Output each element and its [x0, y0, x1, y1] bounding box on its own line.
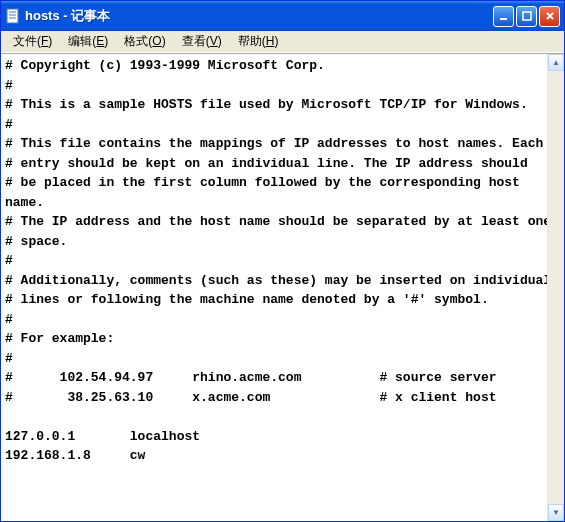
- window-title: hosts - 记事本: [25, 7, 493, 25]
- menu-view[interactable]: 查看(V): [174, 31, 230, 52]
- menu-file[interactable]: 文件(F): [5, 31, 60, 52]
- menubar: 文件(F) 编辑(E) 格式(O) 查看(V) 帮助(H): [1, 31, 564, 53]
- text-area-container: # Copyright (c) 1993-1999 Microsoft Corp…: [1, 53, 564, 521]
- menu-format[interactable]: 格式(O): [116, 31, 173, 52]
- window-buttons: [493, 6, 560, 27]
- menu-help[interactable]: 帮助(H): [230, 31, 287, 52]
- titlebar[interactable]: hosts - 记事本: [1, 1, 564, 31]
- text-content[interactable]: # Copyright (c) 1993-1999 Microsoft Corp…: [1, 54, 564, 468]
- maximize-button[interactable]: [516, 6, 537, 27]
- vertical-scrollbar[interactable]: ▲ ▼: [547, 54, 564, 521]
- scroll-up-button[interactable]: ▲: [548, 54, 564, 71]
- svg-rect-5: [523, 12, 531, 20]
- scroll-track[interactable]: [548, 71, 564, 504]
- close-button[interactable]: [539, 6, 560, 27]
- notepad-window: hosts - 记事本 文件(F) 编辑(E) 格式(O) 查看(V) 帮助(H…: [0, 0, 565, 522]
- svg-rect-4: [500, 18, 507, 20]
- notepad-icon: [5, 8, 21, 24]
- minimize-button[interactable]: [493, 6, 514, 27]
- menu-edit[interactable]: 编辑(E): [60, 31, 116, 52]
- svg-rect-0: [7, 9, 18, 23]
- scroll-down-button[interactable]: ▼: [548, 504, 564, 521]
